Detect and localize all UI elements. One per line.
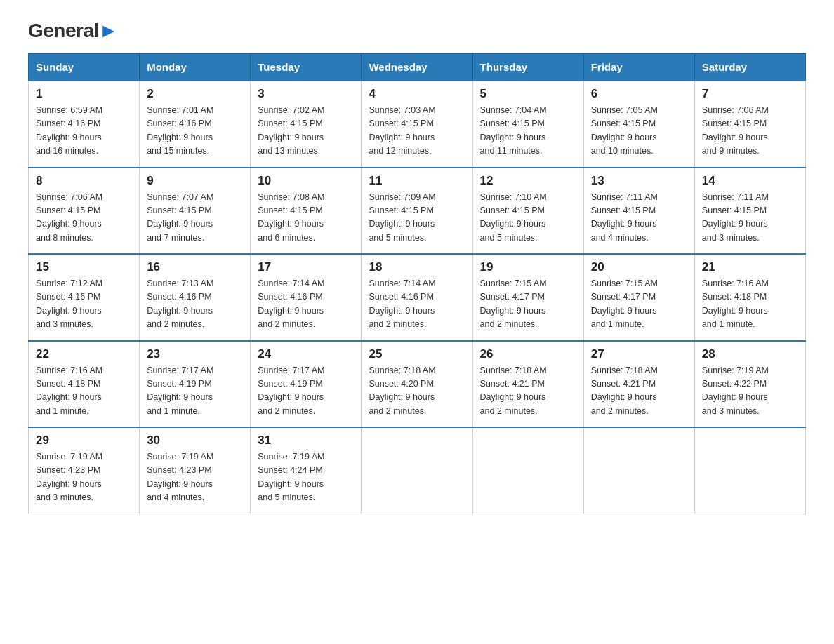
calendar-table: SundayMondayTuesdayWednesdayThursdayFrid…	[28, 53, 806, 514]
day-number: 11	[369, 174, 465, 188]
day-number: 17	[258, 260, 354, 274]
calendar-cell: 27 Sunrise: 7:18 AMSunset: 4:21 PMDaylig…	[583, 341, 694, 428]
day-header-friday: Friday	[583, 54, 694, 81]
calendar-cell: 28 Sunrise: 7:19 AMSunset: 4:22 PMDaylig…	[694, 341, 805, 428]
calendar-cell: 25 Sunrise: 7:18 AMSunset: 4:20 PMDaylig…	[362, 341, 472, 428]
day-number: 16	[147, 260, 243, 274]
calendar-header: SundayMondayTuesdayWednesdayThursdayFrid…	[29, 54, 806, 81]
day-info: Sunrise: 7:07 AMSunset: 4:15 PMDaylight:…	[147, 191, 243, 246]
day-info: Sunrise: 7:14 AMSunset: 4:16 PMDaylight:…	[258, 277, 354, 332]
calendar-cell: 24 Sunrise: 7:17 AMSunset: 4:19 PMDaylig…	[251, 341, 362, 428]
calendar-week-4: 22 Sunrise: 7:16 AMSunset: 4:18 PMDaylig…	[29, 341, 806, 428]
calendar-cell: 22 Sunrise: 7:16 AMSunset: 4:18 PMDaylig…	[29, 341, 140, 428]
day-info: Sunrise: 7:17 AMSunset: 4:19 PMDaylight:…	[147, 364, 243, 419]
calendar-cell: 15 Sunrise: 7:12 AMSunset: 4:16 PMDaylig…	[29, 254, 140, 341]
calendar-cell: 9 Sunrise: 7:07 AMSunset: 4:15 PMDayligh…	[140, 168, 251, 255]
calendar-week-1: 1 Sunrise: 6:59 AMSunset: 4:16 PMDayligh…	[29, 81, 806, 168]
day-number: 12	[480, 174, 576, 188]
day-info: Sunrise: 7:11 AMSunset: 4:15 PMDaylight:…	[702, 191, 798, 246]
calendar-cell: 3 Sunrise: 7:02 AMSunset: 4:15 PMDayligh…	[251, 81, 362, 168]
day-info: Sunrise: 7:18 AMSunset: 4:21 PMDaylight:…	[591, 364, 687, 419]
day-header-saturday: Saturday	[694, 54, 805, 81]
day-info: Sunrise: 7:04 AMSunset: 4:15 PMDaylight:…	[480, 104, 576, 159]
calendar-body: 1 Sunrise: 6:59 AMSunset: 4:16 PMDayligh…	[29, 81, 806, 514]
calendar-cell: 16 Sunrise: 7:13 AMSunset: 4:16 PMDaylig…	[140, 254, 251, 341]
calendar-cell: 13 Sunrise: 7:11 AMSunset: 4:15 PMDaylig…	[583, 168, 694, 255]
calendar-cell: 17 Sunrise: 7:14 AMSunset: 4:16 PMDaylig…	[251, 254, 362, 341]
day-header-monday: Monday	[140, 54, 251, 81]
day-number: 5	[480, 87, 576, 101]
day-info: Sunrise: 7:06 AMSunset: 4:15 PMDaylight:…	[702, 104, 798, 159]
day-number: 14	[702, 174, 798, 188]
day-header-tuesday: Tuesday	[251, 54, 362, 81]
day-number: 6	[591, 87, 687, 101]
day-number: 23	[147, 347, 243, 361]
calendar-cell: 6 Sunrise: 7:05 AMSunset: 4:15 PMDayligh…	[583, 81, 694, 168]
day-number: 25	[369, 347, 465, 361]
day-info: Sunrise: 7:17 AMSunset: 4:19 PMDaylight:…	[258, 364, 354, 419]
day-info: Sunrise: 7:16 AMSunset: 4:18 PMDaylight:…	[36, 364, 132, 419]
day-info: Sunrise: 7:06 AMSunset: 4:15 PMDaylight:…	[36, 191, 132, 246]
day-number: 15	[36, 260, 132, 274]
day-number: 4	[369, 87, 465, 101]
logo-top: General►	[28, 21, 118, 41]
day-info: Sunrise: 7:03 AMSunset: 4:15 PMDaylight:…	[369, 104, 465, 159]
logo: General►	[28, 21, 118, 39]
day-info: Sunrise: 7:01 AMSunset: 4:16 PMDaylight:…	[147, 104, 243, 159]
day-info: Sunrise: 7:02 AMSunset: 4:15 PMDaylight:…	[258, 104, 354, 159]
day-info: Sunrise: 7:14 AMSunset: 4:16 PMDaylight:…	[369, 277, 465, 332]
day-number: 28	[702, 347, 798, 361]
calendar-cell: 1 Sunrise: 6:59 AMSunset: 4:16 PMDayligh…	[29, 81, 140, 168]
calendar-cell: 20 Sunrise: 7:15 AMSunset: 4:17 PMDaylig…	[583, 254, 694, 341]
calendar-week-5: 29 Sunrise: 7:19 AMSunset: 4:23 PMDaylig…	[29, 427, 806, 514]
day-number: 21	[702, 260, 798, 274]
day-info: Sunrise: 7:13 AMSunset: 4:16 PMDaylight:…	[147, 277, 243, 332]
calendar-cell	[472, 427, 583, 514]
day-number: 20	[591, 260, 687, 274]
day-info: Sunrise: 7:18 AMSunset: 4:21 PMDaylight:…	[480, 364, 576, 419]
day-number: 3	[258, 87, 354, 101]
day-info: Sunrise: 7:09 AMSunset: 4:15 PMDaylight:…	[369, 191, 465, 246]
day-number: 8	[36, 174, 132, 188]
day-number: 2	[147, 87, 243, 101]
calendar-cell	[362, 427, 472, 514]
calendar-cell: 19 Sunrise: 7:15 AMSunset: 4:17 PMDaylig…	[472, 254, 583, 341]
calendar-cell: 30 Sunrise: 7:19 AMSunset: 4:23 PMDaylig…	[140, 427, 251, 514]
day-info: Sunrise: 7:05 AMSunset: 4:15 PMDaylight:…	[591, 104, 687, 159]
calendar-cell: 23 Sunrise: 7:17 AMSunset: 4:19 PMDaylig…	[140, 341, 251, 428]
day-header-sunday: Sunday	[29, 54, 140, 81]
calendar-cell: 14 Sunrise: 7:11 AMSunset: 4:15 PMDaylig…	[694, 168, 805, 255]
day-number: 10	[258, 174, 354, 188]
day-info: Sunrise: 7:16 AMSunset: 4:18 PMDaylight:…	[702, 277, 798, 332]
day-info: Sunrise: 6:59 AMSunset: 4:16 PMDaylight:…	[36, 104, 132, 159]
day-info: Sunrise: 7:19 AMSunset: 4:24 PMDaylight:…	[258, 450, 354, 505]
day-number: 19	[480, 260, 576, 274]
day-info: Sunrise: 7:08 AMSunset: 4:15 PMDaylight:…	[258, 191, 354, 246]
day-info: Sunrise: 7:15 AMSunset: 4:17 PMDaylight:…	[480, 277, 576, 332]
calendar-cell: 8 Sunrise: 7:06 AMSunset: 4:15 PMDayligh…	[29, 168, 140, 255]
calendar-cell: 29 Sunrise: 7:19 AMSunset: 4:23 PMDaylig…	[29, 427, 140, 514]
day-info: Sunrise: 7:18 AMSunset: 4:20 PMDaylight:…	[369, 364, 465, 419]
day-number: 27	[591, 347, 687, 361]
day-number: 30	[147, 434, 243, 448]
day-number: 31	[258, 434, 354, 448]
calendar-cell: 26 Sunrise: 7:18 AMSunset: 4:21 PMDaylig…	[472, 341, 583, 428]
calendar-cell: 5 Sunrise: 7:04 AMSunset: 4:15 PMDayligh…	[472, 81, 583, 168]
calendar-cell: 12 Sunrise: 7:10 AMSunset: 4:15 PMDaylig…	[472, 168, 583, 255]
calendar-cell: 7 Sunrise: 7:06 AMSunset: 4:15 PMDayligh…	[694, 81, 805, 168]
day-info: Sunrise: 7:11 AMSunset: 4:15 PMDaylight:…	[591, 191, 687, 246]
calendar-cell	[583, 427, 694, 514]
calendar-cell: 2 Sunrise: 7:01 AMSunset: 4:16 PMDayligh…	[140, 81, 251, 168]
page-header: General►	[28, 21, 806, 39]
day-info: Sunrise: 7:15 AMSunset: 4:17 PMDaylight:…	[591, 277, 687, 332]
day-info: Sunrise: 7:10 AMSunset: 4:15 PMDaylight:…	[480, 191, 576, 246]
day-number: 9	[147, 174, 243, 188]
day-info: Sunrise: 7:19 AMSunset: 4:23 PMDaylight:…	[147, 450, 243, 505]
day-info: Sunrise: 7:19 AMSunset: 4:22 PMDaylight:…	[702, 364, 798, 419]
day-number: 29	[36, 434, 132, 448]
day-number: 13	[591, 174, 687, 188]
calendar-cell: 18 Sunrise: 7:14 AMSunset: 4:16 PMDaylig…	[362, 254, 472, 341]
calendar-cell: 31 Sunrise: 7:19 AMSunset: 4:24 PMDaylig…	[251, 427, 362, 514]
day-number: 7	[702, 87, 798, 101]
day-number: 22	[36, 347, 132, 361]
